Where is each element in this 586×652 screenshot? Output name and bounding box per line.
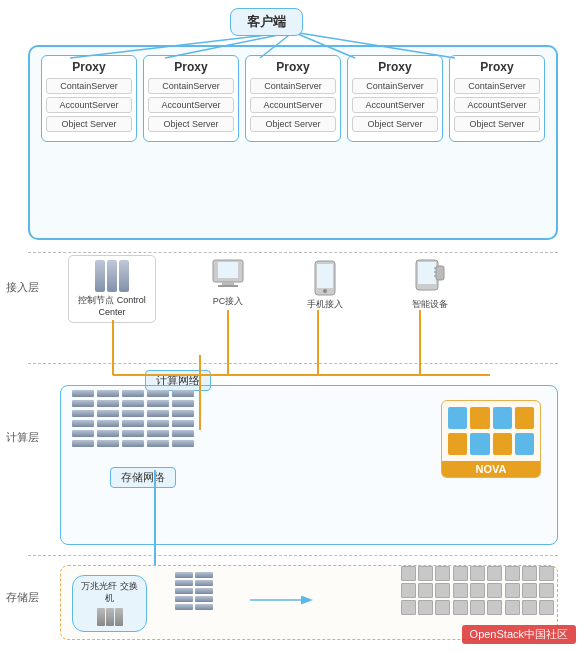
smart-label: 智能设备 <box>395 298 465 311</box>
divider-3 <box>28 555 558 556</box>
cloud-box: 万兆光纤 交换机 <box>72 575 152 632</box>
svg-rect-18 <box>222 282 234 285</box>
control-center: 控制节点 Control Center <box>68 255 156 323</box>
mobile-access: 手机接入 <box>295 260 355 311</box>
nova-cubes <box>442 401 540 433</box>
nova-cube-4 <box>515 407 534 429</box>
nova-label: NOVA <box>442 461 540 477</box>
proxy-box-1: Proxy ContainServer AccountServer Object… <box>41 55 137 142</box>
server-account-5: AccountServer <box>454 97 540 113</box>
server-object-4: Object Server <box>352 116 438 132</box>
smart-device: 智能设备 <box>395 258 465 311</box>
proxy-title-4: Proxy <box>352 60 438 74</box>
nova-cube-5 <box>448 433 467 455</box>
control-center-label: 控制节点 Control Center <box>73 295 151 318</box>
server-account-1: AccountServer <box>46 97 132 113</box>
svg-rect-19 <box>218 285 238 287</box>
svg-rect-24 <box>418 262 436 284</box>
diagram-container: 客户端 Proxy ContainServer AccountServer Ob… <box>0 0 586 652</box>
mobile-icon <box>313 260 337 296</box>
nova-cube-6 <box>470 433 489 455</box>
svg-point-22 <box>323 289 327 293</box>
nova-cube-1 <box>448 407 467 429</box>
server-object-1: Object Server <box>46 116 132 132</box>
proxy-box-4: Proxy ContainServer AccountServer Object… <box>347 55 443 142</box>
storage-network-label: 存储网络 <box>110 467 176 488</box>
pc-access: PC接入 <box>192 258 264 308</box>
proxy-box-3: Proxy ContainServer AccountServer Object… <box>245 55 341 142</box>
proxy-box-2: Proxy ContainServer AccountServer Object… <box>143 55 239 142</box>
pc-icon <box>208 258 248 293</box>
nova-cube-8 <box>515 433 534 455</box>
nova-box: NOVA <box>441 400 541 478</box>
svg-rect-21 <box>317 264 333 288</box>
nova-cube-7 <box>493 433 512 455</box>
mobile-label: 手机接入 <box>295 298 355 311</box>
pc-label: PC接入 <box>192 295 264 308</box>
svg-rect-17 <box>218 262 238 278</box>
nova-cube-3 <box>493 407 512 429</box>
server-account-4: AccountServer <box>352 97 438 113</box>
server-object-5: Object Server <box>454 116 540 132</box>
server-object-2: Object Server <box>148 116 234 132</box>
nova-cube-2 <box>470 407 489 429</box>
watermark: OpenStack中国社区 <box>462 625 576 644</box>
proxy-title-2: Proxy <box>148 60 234 74</box>
server-account-2: AccountServer <box>148 97 234 113</box>
compute-server-racks <box>72 390 194 447</box>
proxy-box-5: Proxy ContainServer AccountServer Object… <box>449 55 545 142</box>
smart-device-icon <box>412 258 448 296</box>
storage-layer-label: 存储层 <box>6 590 39 605</box>
divider-1 <box>28 252 558 253</box>
proxy-section: Proxy ContainServer AccountServer Object… <box>28 45 558 240</box>
svg-rect-25 <box>436 266 444 280</box>
server-account-3: AccountServer <box>250 97 336 113</box>
server-contain-2: ContainServer <box>148 78 234 94</box>
server-contain-5: ContainServer <box>454 78 540 94</box>
server-contain-3: ContainServer <box>250 78 336 94</box>
client-box: 客户端 <box>230 8 303 36</box>
storage-server-racks <box>175 572 213 610</box>
client-label: 客户端 <box>247 14 286 29</box>
proxy-title-3: Proxy <box>250 60 336 74</box>
compute-layer-label: 计算层 <box>6 430 39 445</box>
storage-array <box>401 566 554 615</box>
fiber-switch-label: 万兆光纤 交换机 <box>72 575 147 632</box>
proxy-title-5: Proxy <box>454 60 540 74</box>
proxy-row: Proxy ContainServer AccountServer Object… <box>38 55 548 142</box>
server-contain-4: ContainServer <box>352 78 438 94</box>
server-object-3: Object Server <box>250 116 336 132</box>
divider-2 <box>28 363 558 364</box>
proxy-title-1: Proxy <box>46 60 132 74</box>
server-contain-1: ContainServer <box>46 78 132 94</box>
access-layer-label: 接入层 <box>6 280 39 295</box>
